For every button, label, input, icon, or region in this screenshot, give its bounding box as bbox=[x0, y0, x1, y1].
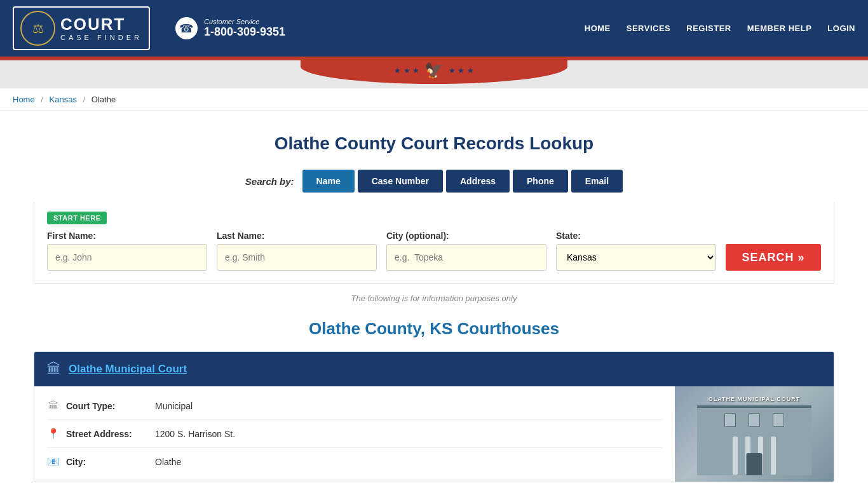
breadcrumb: Home / Kansas / Olathe bbox=[0, 88, 868, 111]
city-icon: 📧 bbox=[47, 456, 60, 468]
logo-emblem: ⚖ bbox=[20, 11, 55, 46]
state-field: State: Kansas Alabama Alaska Arizona Ark… bbox=[556, 231, 716, 271]
court-card-header: 🏛 Olathe Municipal Court bbox=[34, 352, 834, 386]
logo-title: COURT bbox=[60, 16, 142, 32]
search-by-row: Search by: Name Case Number Address Phon… bbox=[34, 170, 834, 193]
breadcrumb-sep-1: / bbox=[41, 95, 43, 104]
court-name-link[interactable]: Olathe Municipal Court bbox=[69, 363, 187, 376]
site-header: ⚖ COURT CASE FINDER ☎ Customer Service 1… bbox=[0, 0, 868, 57]
page-title: Olathe County Court Records Lookup bbox=[34, 133, 834, 154]
logo-area: ⚖ COURT CASE FINDER ☎ Customer Service 1… bbox=[13, 6, 285, 50]
address-value: 1200 S. Harrison St. bbox=[155, 429, 235, 439]
nav-login[interactable]: LOGIN bbox=[827, 24, 855, 33]
type-value: Municipal bbox=[155, 401, 193, 411]
search-form-wrapper: START HERE First Name: Last Name: City (… bbox=[34, 202, 834, 284]
address-label: Street Address: bbox=[66, 429, 149, 439]
cs-phone: 1-800-309-9351 bbox=[204, 25, 285, 38]
column-1 bbox=[733, 437, 738, 475]
building-door bbox=[747, 453, 763, 475]
breadcrumb-kansas[interactable]: Kansas bbox=[50, 95, 77, 104]
eagle-icon: 🦅 bbox=[424, 62, 444, 79]
last-name-field: Last Name: bbox=[217, 231, 377, 271]
first-name-input[interactable] bbox=[47, 244, 207, 271]
info-text: The following is for information purpose… bbox=[34, 294, 834, 303]
window-center bbox=[749, 413, 760, 427]
nav-home[interactable]: HOME bbox=[585, 24, 611, 33]
cs-label: Customer Service bbox=[204, 18, 285, 25]
breadcrumb-current: Olathe bbox=[92, 95, 116, 104]
form-fields: First Name: Last Name: City (optional): … bbox=[47, 231, 821, 271]
breadcrumb-sep-2: / bbox=[83, 95, 86, 104]
type-label: Court Type: bbox=[66, 401, 149, 411]
tab-email[interactable]: Email bbox=[571, 170, 623, 193]
tab-name[interactable]: Name bbox=[302, 170, 355, 193]
city-field: City (optional): bbox=[386, 231, 546, 271]
tab-address[interactable]: Address bbox=[446, 170, 510, 193]
court-info-city: 📧 City: Olathe bbox=[47, 448, 662, 475]
court-card-body: 🏛 Court Type: Municipal 📍 Street Address… bbox=[34, 386, 834, 482]
ribbon-banner: ★ ★ ★ 🦅 ★ ★ ★ bbox=[0, 60, 868, 88]
court-card-info: 🏛 Court Type: Municipal 📍 Street Address… bbox=[34, 386, 675, 482]
stars-left: ★ ★ ★ bbox=[394, 66, 419, 75]
city-label: City (optional): bbox=[386, 231, 546, 241]
court-building-icon: 🏛 bbox=[47, 361, 61, 377]
tab-case-number[interactable]: Case Number bbox=[358, 170, 443, 193]
type-icon: 🏛 bbox=[47, 400, 60, 412]
window-right bbox=[773, 413, 784, 427]
court-card: 🏛 Olathe Municipal Court 🏛 Court Type: M… bbox=[34, 351, 834, 482]
city-input[interactable] bbox=[386, 244, 546, 271]
phone-icon: ☎ bbox=[175, 17, 198, 39]
state-select[interactable]: Kansas Alabama Alaska Arizona Arkansas C… bbox=[556, 244, 716, 271]
main-nav: HOME SERVICES REGISTER MEMBER HELP LOGIN bbox=[585, 24, 855, 33]
nav-member-help[interactable]: MEMBER HELP bbox=[747, 24, 812, 33]
first-name-field: First Name: bbox=[47, 231, 207, 271]
eagle-area: ★ ★ ★ 🦅 ★ ★ ★ bbox=[394, 62, 473, 79]
search-button[interactable]: SEARCH » bbox=[726, 244, 821, 271]
nav-register[interactable]: REGISTER bbox=[686, 24, 731, 33]
court-card-image: OLATHE MUNICIPAL COURT bbox=[675, 386, 834, 482]
nav-services[interactable]: SERVICES bbox=[627, 24, 671, 33]
column-4 bbox=[771, 437, 776, 475]
last-name-label: Last Name: bbox=[217, 231, 377, 241]
search-by-label: Search by: bbox=[245, 176, 294, 187]
main-content: Olathe County Court Records Lookup Searc… bbox=[21, 111, 847, 488]
court-info-address: 📍 Street Address: 1200 S. Harrison St. bbox=[47, 420, 662, 448]
building-facade bbox=[697, 405, 811, 475]
logo-box: ⚖ COURT CASE FINDER bbox=[13, 6, 150, 50]
logo-subtitle: CASE FINDER bbox=[60, 34, 142, 41]
logo-text: COURT CASE FINDER bbox=[60, 16, 142, 41]
start-here-badge: START HERE bbox=[47, 212, 107, 224]
city-label-row: City: bbox=[66, 457, 149, 467]
address-icon: 📍 bbox=[47, 428, 60, 440]
state-label: State: bbox=[556, 231, 716, 241]
breadcrumb-home[interactable]: Home bbox=[13, 95, 35, 104]
last-name-input[interactable] bbox=[217, 244, 377, 271]
building-label: OLATHE MUNICIPAL COURT bbox=[681, 396, 827, 402]
first-name-label: First Name: bbox=[47, 231, 207, 241]
city-value: Olathe bbox=[155, 457, 181, 467]
building-windows bbox=[724, 413, 784, 427]
customer-service: ☎ Customer Service 1-800-309-9351 bbox=[175, 17, 285, 39]
window-left bbox=[724, 413, 736, 427]
cs-text: Customer Service 1-800-309-9351 bbox=[204, 18, 285, 39]
building-illustration: OLATHE MUNICIPAL COURT bbox=[675, 386, 834, 482]
courthouses-title: Olathe County, KS Courthouses bbox=[34, 319, 834, 339]
stars-right: ★ ★ ★ bbox=[449, 66, 474, 75]
court-info-type: 🏛 Court Type: Municipal bbox=[47, 393, 662, 420]
tab-phone[interactable]: Phone bbox=[513, 170, 568, 193]
